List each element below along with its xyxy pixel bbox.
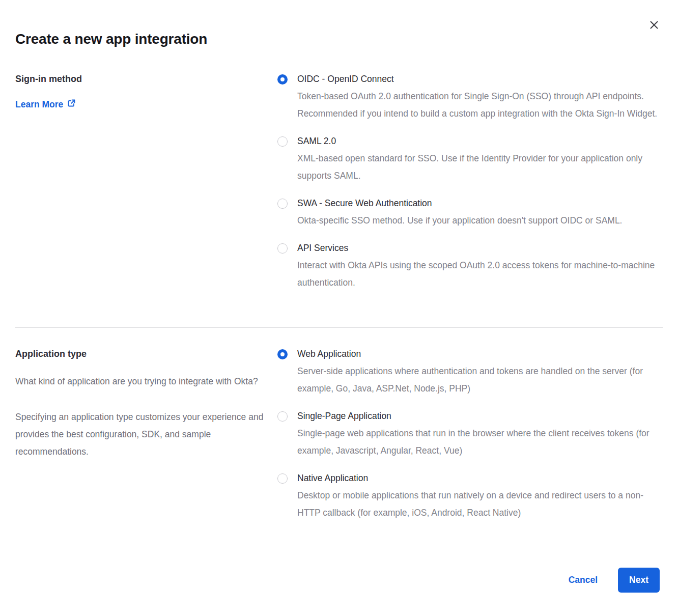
application-type-paragraph-1: What kind of application are you trying … [15, 373, 267, 390]
radio-option-description: Token-based OAuth 2.0 authentication for… [297, 88, 658, 122]
radio-option-label: Single-Page Application [297, 409, 658, 423]
radio-option-description: Okta-specific SSO method. Use if your ap… [297, 212, 622, 229]
close-icon [649, 20, 659, 32]
external-link-icon [67, 99, 76, 110]
radio-option[interactable]: API Services Interact with Okta APIs usi… [277, 241, 663, 291]
radio-button[interactable] [277, 136, 288, 147]
signin-method-label: Sign-in method [15, 72, 267, 86]
application-type-section: Application type What kind of applicatio… [15, 347, 663, 534]
radio-option[interactable]: SWA - Secure Web Authentication Okta-spe… [277, 197, 663, 229]
radio-option-text: SAML 2.0 XML-based open standard for SSO… [297, 134, 658, 184]
cancel-button[interactable]: Cancel [569, 575, 598, 585]
radio-option-text: Single-Page Application Single-page web … [297, 409, 658, 459]
radio-option-label: API Services [297, 241, 658, 255]
radio-option-text: Web Application Server-side applications… [297, 347, 658, 397]
radio-option[interactable]: SAML 2.0 XML-based open standard for SSO… [277, 134, 663, 184]
create-app-integration-dialog: Create a new app integration Sign-in met… [0, 30, 678, 534]
application-type-paragraph-2: Specifying an application type customize… [15, 408, 267, 460]
section-divider [15, 327, 663, 328]
next-button[interactable]: Next [618, 568, 660, 593]
radio-option-label: Native Application [297, 471, 658, 485]
radio-option-label: SWA - Secure Web Authentication [297, 197, 622, 210]
radio-button[interactable] [277, 74, 288, 85]
radio-button[interactable] [277, 199, 288, 209]
radio-option-text: API Services Interact with Okta APIs usi… [297, 241, 658, 291]
radio-option[interactable]: OIDC - OpenID Connect Token-based OAuth … [277, 72, 663, 122]
radio-option-description: XML-based open standard for SSO. Use if … [297, 150, 658, 184]
radio-option[interactable]: Native Application Desktop or mobile app… [277, 471, 663, 521]
dialog-footer: Cancel Next [569, 568, 660, 593]
signin-method-section: Sign-in method Learn More OIDC - OpenID … [15, 72, 663, 303]
application-type-options: Web Application Server-side applications… [277, 347, 663, 534]
radio-option[interactable]: Web Application Server-side applications… [277, 347, 663, 397]
radio-option-text: Native Application Desktop or mobile app… [297, 471, 658, 521]
radio-option-label: SAML 2.0 [297, 134, 658, 148]
application-type-label: Application type [15, 347, 267, 360]
radio-button[interactable] [277, 473, 288, 484]
close-button[interactable] [648, 20, 660, 32]
radio-option-label: Web Application [297, 347, 658, 360]
radio-option-text: SWA - Secure Web Authentication Okta-spe… [297, 197, 622, 229]
radio-button[interactable] [277, 243, 288, 254]
signin-method-options: OIDC - OpenID Connect Token-based OAuth … [277, 72, 663, 303]
signin-method-left-column: Sign-in method Learn More [15, 72, 277, 303]
dialog-title: Create a new app integration [15, 30, 663, 49]
learn-more-link[interactable]: Learn More [15, 99, 76, 110]
radio-option-description: Server-side applications where authentic… [297, 362, 658, 397]
radio-option-text: OIDC - OpenID Connect Token-based OAuth … [297, 72, 658, 122]
learn-more-label: Learn More [15, 99, 63, 110]
radio-option-description: Interact with Okta APIs using the scoped… [297, 257, 658, 291]
application-type-left-column: Application type What kind of applicatio… [15, 347, 277, 534]
radio-option-label: OIDC - OpenID Connect [297, 72, 658, 86]
radio-option-description: Desktop or mobile applications that run … [297, 487, 658, 521]
radio-option[interactable]: Single-Page Application Single-page web … [277, 409, 663, 459]
radio-option-description: Single-page web applications that run in… [297, 425, 658, 459]
radio-button[interactable] [277, 349, 288, 359]
radio-button[interactable] [277, 411, 288, 422]
